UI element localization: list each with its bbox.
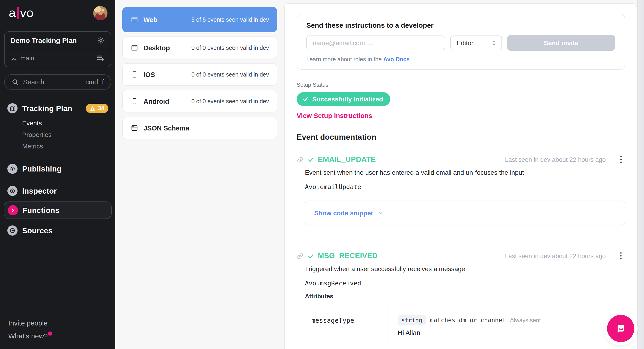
app-window: avo Demo Tracking Plan: [0, 0, 644, 349]
role-select[interactable]: Editor: [450, 35, 502, 50]
source-tab-ios[interactable]: iOS 0 of 0 events seen valid in dev: [122, 63, 277, 86]
sidebar-item-metrics[interactable]: Metrics: [22, 141, 115, 152]
sources-list: Web 5 of 5 events seen valid in dev Desk…: [115, 0, 284, 349]
inspector-target-icon: [8, 186, 18, 196]
search-placeholder: Search: [23, 78, 44, 86]
branch-icon: [10, 55, 17, 61]
source-tab-json-schema[interactable]: JSON Schema: [122, 117, 277, 139]
sidebar: avo Demo Tracking Plan: [0, 0, 115, 349]
browser-icon: [130, 44, 138, 52]
code-snippet-box: Show code snippet: [305, 201, 625, 225]
main-content: Send these instructions to a developer E…: [284, 0, 644, 349]
event-code-name: Avo.emailUpdate: [305, 183, 625, 190]
select-arrows-icon: [491, 40, 496, 46]
warning-icon: [90, 105, 96, 111]
email-field[interactable]: [306, 35, 445, 50]
mobile-icon: [130, 70, 138, 78]
mobile-icon: [130, 97, 138, 105]
invite-people-link[interactable]: Invite people: [8, 317, 52, 330]
chat-bubble-icon: [614, 322, 628, 336]
avo-docs-link[interactable]: Avo Docs: [383, 56, 410, 63]
sidebar-item-properties[interactable]: Properties: [22, 129, 115, 141]
show-code-snippet-toggle[interactable]: Show code snippet: [314, 209, 384, 217]
check-icon: [302, 96, 308, 102]
branch-selector[interactable]: main: [10, 54, 93, 62]
event-name[interactable]: MSG_RECEIVED: [318, 252, 378, 260]
source-tab-desktop[interactable]: Desktop 0 of 0 events seen valid in dev: [122, 36, 277, 59]
event-code-name: Avo.msgReceived: [305, 279, 625, 287]
branch-name: main: [20, 54, 34, 62]
role-select-value: Editor: [457, 39, 474, 46]
check-icon: [307, 252, 314, 259]
whats-new-link[interactable]: What's new?: [8, 330, 52, 343]
add-branch-icon[interactable]: [96, 54, 105, 62]
user-avatar[interactable]: [93, 6, 108, 20]
sidebar-item-publishing[interactable]: Publishing: [0, 160, 115, 177]
event-documentation-heading: Event documentation: [297, 133, 625, 142]
attribute-constraint: matches dm or channel: [430, 317, 506, 324]
browser-icon: [130, 16, 138, 23]
event-header-msg-received: MSG_RECEIVED Last seen in dev about 22 h…: [297, 252, 625, 260]
sidebar-item-sources[interactable]: Sources: [0, 222, 115, 239]
invite-card-title: Send these instructions to a developer: [306, 21, 616, 29]
event-description: Event sent when the user has entered a v…: [305, 169, 625, 176]
search-icon: [12, 78, 19, 86]
kebab-menu-icon[interactable]: [617, 156, 625, 163]
source-tab-web[interactable]: Web 5 of 5 events seen valid in dev: [122, 7, 277, 32]
check-icon: [307, 156, 314, 163]
attribute-sent-label: Always sent: [510, 317, 541, 324]
workspace-name[interactable]: Demo Tracking Plan: [10, 36, 93, 44]
setup-status-label: Setup Status: [297, 82, 625, 88]
sidebar-item-functions[interactable]: Functions: [4, 201, 112, 219]
send-invite-button[interactable]: Send invite: [507, 35, 616, 51]
workspace-box: Demo Tracking Plan main: [4, 31, 111, 67]
status-badge: Successfully Initialized: [297, 92, 390, 106]
section-divider: [297, 238, 625, 238]
sidebar-item-tracking-plan[interactable]: Tracking Plan 34: [0, 100, 115, 117]
event-header-email-update: EMAIL_UPDATE Last seen in dev about 22 h…: [297, 155, 625, 164]
view-setup-instructions-link[interactable]: View Setup Instructions: [297, 112, 372, 119]
attribute-row: messageType string matches dm or channel…: [305, 306, 625, 345]
gear-icon[interactable]: [97, 36, 105, 44]
sources-link-icon: [8, 225, 18, 236]
chevron-down-icon: [377, 210, 384, 216]
event-name[interactable]: EMAIL_UPDATE: [318, 155, 376, 164]
issues-badge[interactable]: 34: [86, 104, 108, 113]
event-description: Triggered when a user successfully recei…: [305, 265, 625, 273]
publish-cloud-icon: [8, 164, 18, 174]
avo-logo: avo: [9, 7, 34, 19]
anchor-link-icon[interactable]: [297, 252, 304, 259]
notification-dot: [48, 332, 52, 336]
sidebar-item-inspector[interactable]: Inspector: [0, 183, 115, 199]
roles-note: Learn more about roles in the Avo Docs.: [306, 56, 616, 63]
last-seen-text: Last seen in dev about 22 hours ago: [505, 156, 606, 163]
attributes-label: Attributes: [305, 293, 625, 300]
map-icon: [8, 103, 18, 113]
anchor-link-icon[interactable]: [297, 156, 304, 163]
last-seen-text: Last seen in dev about 22 hours ago: [505, 252, 606, 259]
attribute-name: messageType: [305, 306, 388, 345]
search-shortcut: cmd+f: [85, 78, 104, 86]
browser-icon: [130, 124, 138, 132]
kebab-menu-icon[interactable]: [617, 252, 625, 260]
sidebar-item-events[interactable]: Events: [22, 118, 115, 129]
search-input[interactable]: Search cmd+f: [4, 74, 111, 90]
invite-developer-card: Send these instructions to a developer E…: [297, 14, 625, 70]
scrollbar-track[interactable]: [637, 0, 644, 349]
intercom-chat-button[interactable]: [607, 315, 634, 342]
source-tab-android[interactable]: Android 0 of 0 events seen valid in dev: [122, 90, 277, 112]
attribute-example-value: Hi Allan: [398, 329, 541, 337]
logo-pink-bar: [17, 7, 19, 19]
functions-chevron-icon: [8, 205, 18, 215]
attribute-type-chip: string: [398, 315, 426, 325]
